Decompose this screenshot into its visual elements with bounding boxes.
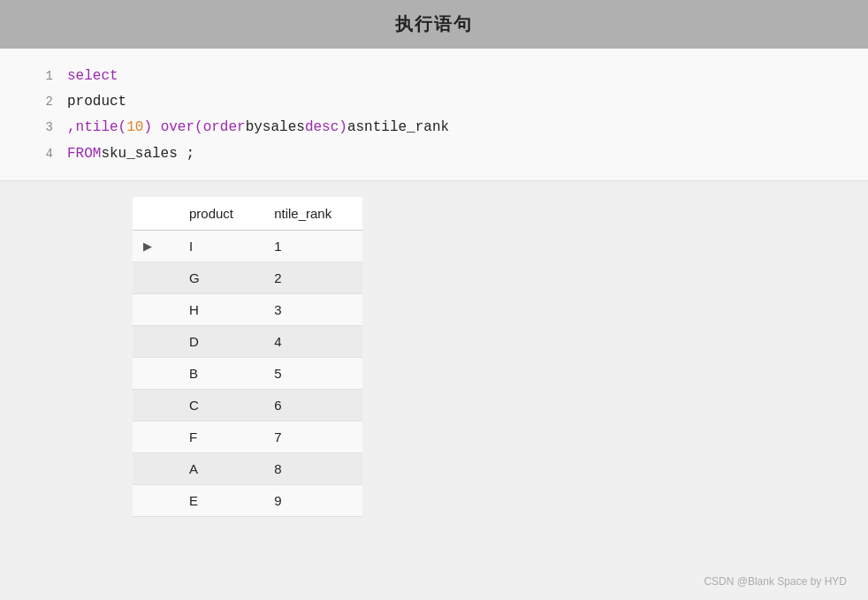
results-table: productntile_rank ▶I1G2H3D4B5C6F7A8E9: [133, 197, 362, 517]
row-marker-cell: [133, 357, 179, 389]
cell-ntile-rank: 5: [263, 357, 362, 389]
cell-product: H: [179, 293, 263, 325]
sql-plain: sku_sales ;: [101, 142, 194, 166]
col-header-marker: [133, 197, 179, 231]
code-line: 3,ntile( 10) over(order by sales desc) a…: [28, 116, 840, 140]
sql-keyword: select: [67, 65, 118, 88]
cell-product: B: [179, 357, 263, 389]
sql-plain: ntile_rank: [364, 116, 449, 140]
row-marker-cell: [133, 262, 179, 293]
table-row: A8: [133, 452, 362, 484]
row-marker-cell: [133, 421, 179, 452]
table-row: G2: [133, 262, 362, 293]
cell-ntile-rank: 4: [263, 325, 362, 357]
line-number: 2: [28, 92, 53, 113]
sql-keyword: order: [203, 116, 246, 140]
sql-function: ): [339, 116, 347, 140]
sql-keyword: FROM: [67, 142, 101, 166]
sql-keyword: desc: [305, 116, 339, 140]
table-row: B5: [133, 357, 362, 389]
cell-ntile-rank: 2: [263, 262, 362, 293]
cell-product: A: [179, 452, 263, 484]
sql-plain: sales: [263, 116, 305, 140]
cell-ntile-rank: 3: [263, 293, 362, 325]
sql-function: ,ntile(: [67, 116, 126, 140]
cell-ntile-rank: 8: [263, 452, 362, 484]
row-marker-cell: ▶: [133, 230, 179, 262]
cell-product: F: [179, 421, 263, 452]
table-section: productntile_rank ▶I1G2H3D4B5C6F7A8E9: [0, 181, 868, 533]
cell-ntile-rank: 1: [263, 230, 362, 262]
row-marker-cell: [133, 389, 179, 421]
col-header: product: [179, 197, 263, 231]
sql-plain: product: [67, 90, 126, 114]
table-body: ▶I1G2H3D4B5C6F7A8E9: [133, 230, 362, 516]
table-row: D4: [133, 325, 362, 357]
watermark: CSDN @Blank Space by HYD: [704, 575, 847, 588]
sql-function: ) over(: [143, 116, 202, 140]
cell-product: E: [179, 484, 263, 516]
table-row: H3: [133, 293, 362, 325]
sql-number: 10: [126, 116, 143, 140]
table-row: ▶I1: [133, 230, 362, 262]
line-number: 1: [28, 66, 53, 87]
row-marker-cell: [133, 293, 179, 325]
main-container: 执行语句 1select2product3,ntile( 10) over(or…: [0, 0, 868, 600]
code-line: 2product: [28, 90, 840, 114]
table-header-row: productntile_rank: [133, 197, 362, 231]
cell-ntile-rank: 6: [263, 389, 362, 421]
line-number: 4: [28, 144, 53, 165]
sql-plain: as: [347, 116, 364, 140]
row-marker-cell: [133, 325, 179, 357]
cell-product: D: [179, 325, 263, 357]
page-title: 执行语句: [0, 0, 868, 49]
table-row: F7: [133, 421, 362, 452]
row-marker-cell: [133, 484, 179, 516]
cell-product: I: [179, 230, 263, 262]
sql-plain: by: [246, 116, 263, 140]
table-row: E9: [133, 484, 362, 516]
table-row: C6: [133, 389, 362, 421]
cell-product: G: [179, 262, 263, 293]
code-line: 4FROM sku_sales ;: [28, 142, 840, 166]
cell-product: C: [179, 389, 263, 421]
cell-ntile-rank: 9: [263, 484, 362, 516]
col-header: ntile_rank: [263, 197, 362, 231]
code-line: 1select: [28, 65, 840, 88]
line-number: 3: [28, 118, 53, 139]
code-section: 1select2product3,ntile( 10) over(order b…: [0, 49, 868, 181]
cell-ntile-rank: 7: [263, 421, 362, 452]
row-marker-cell: [133, 452, 179, 484]
